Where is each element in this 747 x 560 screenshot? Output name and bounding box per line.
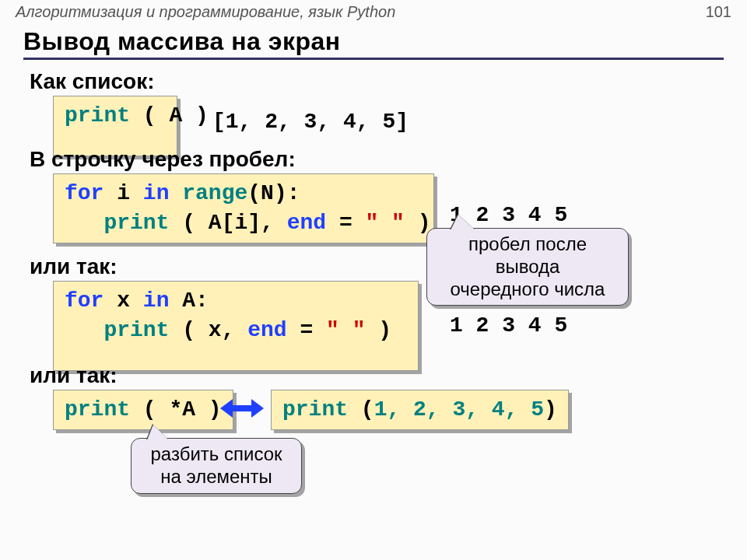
code-text: ( x, xyxy=(169,318,247,342)
code-text: (N): xyxy=(247,181,300,205)
str-space: " " xyxy=(326,318,365,342)
output-line-2: 1 2 3 4 5 xyxy=(450,313,567,338)
code-nums: 1, 2, 3, 4, 5 xyxy=(374,397,544,422)
code-text: ( A[i], xyxy=(169,211,286,235)
kw-print: print xyxy=(65,211,169,235)
code-text: A: xyxy=(169,289,208,313)
callout-split-list: разбить список на элементы xyxy=(131,438,302,494)
label-as-line: В строчку через пробел: xyxy=(30,147,296,172)
kw-print: print xyxy=(65,318,169,342)
kw-in: in xyxy=(143,181,170,205)
kw-print: print xyxy=(65,103,130,128)
code-text: i xyxy=(103,181,142,205)
callout-text: пробел после вывода очередного числа xyxy=(437,233,619,300)
codebox-for-x: for x in A: print ( x, end = " " ) xyxy=(53,281,419,371)
kw-print: print xyxy=(65,397,130,422)
code-text: ( A ) xyxy=(130,103,209,128)
header-bar: Алгоритмизация и программирование, язык … xyxy=(0,0,747,23)
kw-in: in xyxy=(143,289,170,313)
code-text: x xyxy=(103,289,142,313)
codebox-for-range: for i in range(N): print ( A[i], end = "… xyxy=(53,173,434,243)
callout-text: разбить список на элементы xyxy=(141,443,292,488)
kw-print: print xyxy=(282,397,348,422)
code-text: ( *A ) xyxy=(130,397,222,422)
course-name: Алгоритмизация и программирование, язык … xyxy=(16,3,395,21)
label-or-2: или так: xyxy=(30,363,117,388)
code-text: = xyxy=(326,211,365,235)
codebox-print-star: print ( *A ) xyxy=(53,390,233,430)
page-number: 101 xyxy=(706,3,731,21)
label-or-1: или так: xyxy=(30,254,117,279)
code-text: = xyxy=(287,318,326,342)
kw-range: range xyxy=(169,181,247,205)
callout-space-after: пробел после вывода очередного числа xyxy=(426,228,629,306)
code-text: ) xyxy=(405,211,431,235)
code-text: ) xyxy=(544,397,557,422)
kw-for: for xyxy=(65,181,103,205)
kw-end: end xyxy=(247,318,286,342)
kw-end: end xyxy=(287,211,326,235)
str-space: " " xyxy=(366,211,405,235)
kw-for: for xyxy=(65,289,103,313)
label-as-list: Как список: xyxy=(30,69,155,94)
double-arrow-icon xyxy=(220,399,264,418)
code-text: ( xyxy=(348,397,374,422)
codebox-print-expanded: print (1, 2, 3, 4, 5) xyxy=(271,390,569,430)
slide-title: Вывод массива на экран xyxy=(23,27,724,60)
output-list: [1, 2, 3, 4, 5] xyxy=(212,110,409,134)
code-text: ) xyxy=(366,318,392,342)
